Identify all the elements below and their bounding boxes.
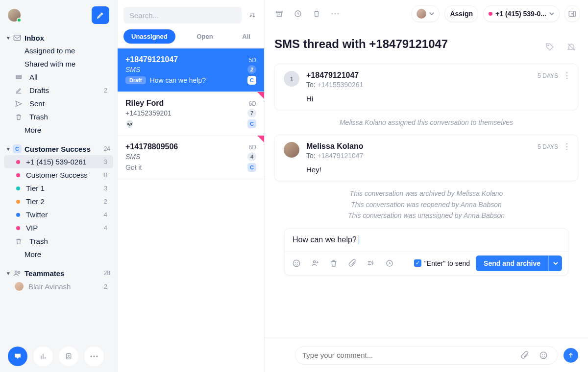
teammates-section: ▾ Teammates 28 Blair Avinash2 <box>0 266 117 298</box>
message-menu-button[interactable]: ⋮ <box>563 142 571 151</box>
detail-pane: Assign +1 (415) 539-0... SMS thread with… <box>265 0 588 372</box>
conversation-item[interactable]: Riley Ford 6D +14152359201 7 💀 C <box>118 92 264 136</box>
delete-button[interactable] <box>310 7 323 21</box>
message-card[interactable]: 1 +18479121047 To: +14155390261 Hi 5 DAY… <box>274 64 578 110</box>
sort-button[interactable] <box>245 9 258 22</box>
svg-point-23 <box>542 354 542 355</box>
attach-button[interactable] <box>346 257 358 269</box>
assignee-avatar-icon <box>416 9 426 19</box>
more-actions-button[interactable] <box>328 7 342 21</box>
teammates-label: Teammates <box>24 269 64 278</box>
channel-item-active[interactable]: +1 (415) 539-02613 <box>4 155 113 168</box>
svg-point-22 <box>540 352 547 359</box>
conversation-item[interactable]: +14178809506 6D SMS 4 Got it C <box>118 136 264 179</box>
nav-drafts[interactable]: Drafts2 <box>4 84 113 97</box>
snooze-button[interactable] <box>291 7 305 21</box>
nav-all[interactable]: All <box>4 70 113 84</box>
comment-attach-button[interactable] <box>518 349 532 362</box>
channel-item-twitter[interactable]: Twitter4 <box>4 208 113 221</box>
conversation-inbox-badge: C <box>247 163 256 172</box>
message-card[interactable]: Melissa Kolano To: +18479121047 Hey! 5 D… <box>274 135 578 181</box>
comment-send-button[interactable] <box>564 348 578 363</box>
channel-item-trash[interactable]: Trash <box>4 234 113 248</box>
teammates-header[interactable]: ▾ Teammates 28 <box>4 267 113 279</box>
message-menu-button[interactable]: ⋮ <box>563 71 571 80</box>
message-avatar: 1 <box>284 71 299 87</box>
sidebar: ▾ Inbox Assigned to me Shared with me Al… <box>0 0 118 372</box>
nav-trash[interactable]: Trash <box>4 110 113 123</box>
svg-point-16 <box>548 45 549 46</box>
send-menu-button[interactable] <box>548 256 562 271</box>
chevron-down-icon: ▾ <box>7 270 10 277</box>
svg-point-3 <box>15 271 18 274</box>
archive-icon <box>275 9 284 18</box>
nav-sent[interactable]: Sent <box>4 97 113 110</box>
inbox-view-button[interactable] <box>8 347 27 366</box>
team-badge-icon: C <box>13 144 22 153</box>
conversation-age: 6D <box>249 100 256 107</box>
signature-button[interactable] <box>365 257 377 269</box>
comment-emoji-button[interactable] <box>537 349 550 362</box>
conversation-item[interactable]: +18479121047 5D SMS 2 Draft How can we h… <box>118 48 264 92</box>
channel-item-tier1[interactable]: Tier 13 <box>4 182 113 195</box>
paperclip-icon <box>520 351 529 360</box>
trash-icon <box>15 113 24 121</box>
mute-button[interactable] <box>564 40 578 54</box>
nav-assigned-to-me[interactable]: Assigned to me <box>4 44 113 57</box>
more-button[interactable] <box>84 347 104 366</box>
discard-button[interactable] <box>328 257 340 269</box>
nav-more-inbox[interactable]: More <box>4 123 113 137</box>
nav-shared-with-me[interactable]: Shared with me <box>4 57 113 70</box>
assignee-chip[interactable] <box>411 5 440 22</box>
conversation-count-badge: 4 <box>247 152 256 161</box>
composer-textarea[interactable]: How can we help? <box>285 229 568 251</box>
message-body: Hey! <box>306 165 569 174</box>
enter-to-send-toggle[interactable]: ✓ "Enter" to send <box>414 259 470 267</box>
channel-chip[interactable]: +1 (415) 539-0... <box>483 5 560 22</box>
tray-icon <box>13 352 22 361</box>
archive-button[interactable] <box>272 7 286 21</box>
chevron-down-icon <box>549 12 554 15</box>
emoji-button[interactable] <box>291 257 302 269</box>
send-button[interactable]: Send and archive <box>476 256 548 271</box>
channel-item-customer-success[interactable]: Customer Success8 <box>4 168 113 182</box>
channel-item-tier2[interactable]: Tier 22 <box>4 195 113 208</box>
tab-unassigned[interactable]: Unassigned <box>123 29 175 44</box>
comment-input[interactable] <box>302 351 513 359</box>
message-from: +18479121047 <box>306 71 569 80</box>
add-recipient-button[interactable] <box>309 257 321 269</box>
comment-field[interactable] <box>295 346 558 365</box>
assign-button[interactable]: Assign <box>444 5 478 22</box>
svg-rect-2 <box>16 77 22 79</box>
svg-point-4 <box>18 272 20 274</box>
tab-all[interactable]: All <box>234 29 258 44</box>
analytics-button[interactable] <box>33 347 53 366</box>
channel-dot-icon <box>16 173 20 177</box>
channel-item-more[interactable]: More <box>4 248 113 261</box>
channel-item-vip[interactable]: VIP4 <box>4 221 113 234</box>
inbox-section: ▾ Inbox Assigned to me Shared with me Al… <box>0 30 117 141</box>
message-age: 5 DAYS <box>538 72 558 79</box>
channel-dot-icon <box>16 186 20 190</box>
tab-open[interactable]: Open <box>189 29 220 44</box>
svg-point-7 <box>90 355 92 357</box>
conversation-subject: SMS <box>125 66 140 73</box>
conversation-title: +18479121047 <box>125 55 178 64</box>
search-input[interactable] <box>123 7 242 23</box>
tag-button[interactable] <box>543 40 557 54</box>
trash-icon <box>329 259 338 268</box>
team-inbox-header[interactable]: ▾ C Customer Success 24 <box>4 142 113 155</box>
teammate-item[interactable]: Blair Avinash2 <box>4 279 113 293</box>
expand-sidebar-button[interactable] <box>564 5 580 22</box>
channel-dot-icon <box>16 213 20 217</box>
compose-button[interactable] <box>92 6 109 24</box>
clock-icon <box>294 9 302 18</box>
conversation-count-badge: 7 <box>247 109 256 117</box>
inbox-header[interactable]: ▾ Inbox <box>4 31 113 44</box>
bolt-lines-icon <box>367 259 375 268</box>
inbox-icon <box>13 33 22 42</box>
schedule-button[interactable] <box>384 257 395 269</box>
user-avatar[interactable] <box>8 9 21 22</box>
contacts-button[interactable] <box>59 347 78 366</box>
comment-avatar <box>274 348 289 363</box>
